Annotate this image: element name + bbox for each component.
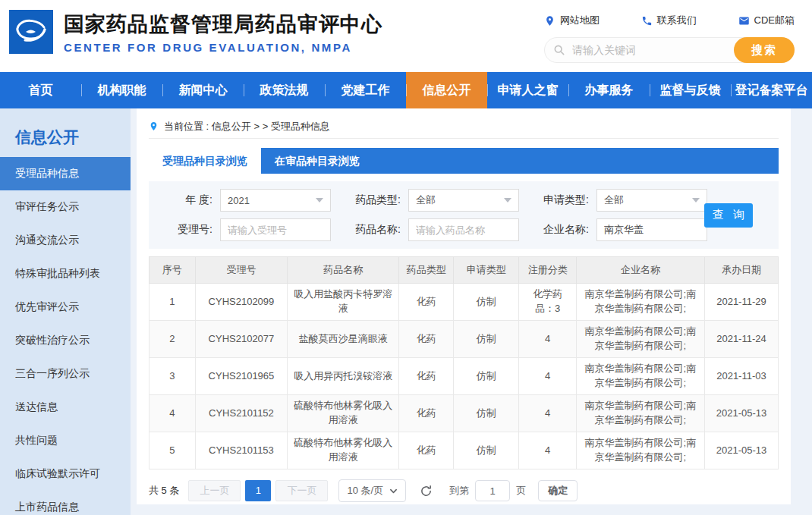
sidebar-item[interactable]: 共性问题: [0, 424, 131, 457]
apply-type-select[interactable]: 全部: [596, 189, 707, 212]
total-count: 共 5 条: [149, 484, 179, 498]
sidebar-menu: 受理品种信息审评任务公示沟通交流公示特殊审批品种列表优先审评公示突破性治疗公示三…: [0, 157, 131, 515]
cell-index: 2: [149, 321, 196, 358]
cde-mail-link[interactable]: CDE邮箱: [738, 14, 795, 27]
cell-accept-no: CYHS2101153: [195, 432, 288, 469]
current-page[interactable]: 1: [245, 480, 271, 501]
sidebar-item[interactable]: 三合一序列公示: [0, 357, 131, 391]
cell-reg-class: 4: [519, 321, 576, 358]
cell-company: 南京华盖制药有限公司;南京华盖制药有限公司;: [576, 358, 704, 395]
cde-mail-label: CDE邮箱: [754, 14, 795, 27]
sidebar: 信息公开 受理品种信息审评任务公示沟通交流公示特殊审批品种列表优先审评公示突破性…: [0, 108, 131, 515]
drug-name-input[interactable]: [408, 218, 519, 241]
sidebar-item[interactable]: 特殊审批品种列表: [0, 257, 131, 290]
cell-reg-class: 4: [519, 395, 576, 432]
nav-item[interactable]: 信息公开: [406, 72, 487, 108]
prev-page-button[interactable]: 上一页: [188, 480, 241, 501]
cell-drug-type: 化药: [399, 358, 454, 395]
tab-bar: 受理品种目录浏览在审品种目录浏览: [149, 148, 779, 174]
drug-type-value: 全部: [416, 193, 436, 207]
cell-reg-class: 4: [519, 358, 576, 395]
sitemap-label: 网站地图: [560, 14, 600, 27]
apply-type-label: 申请类型:: [534, 193, 589, 207]
goto-page-input[interactable]: [475, 480, 510, 501]
sidebar-item[interactable]: 上市药品信息: [0, 491, 131, 515]
tab[interactable]: 受理品种目录浏览: [149, 148, 261, 174]
cell-drug-name: 盐酸莫西沙星滴眼液: [288, 321, 399, 358]
table-row[interactable]: 4 CYHS2101152 硫酸特布他林雾化吸入用溶液 化药 仿制 4 南京华盖…: [149, 395, 779, 432]
cell-company: 南京华盖制药有限公司;南京华盖制药有限公司;: [576, 321, 704, 358]
sidebar-item[interactable]: 沟通交流公示: [0, 224, 131, 257]
refresh-icon[interactable]: [420, 485, 433, 498]
drug-type-select[interactable]: 全部: [408, 189, 519, 212]
sidebar-item[interactable]: 突破性治疗公示: [0, 324, 131, 357]
nav-item[interactable]: 党建工作: [325, 72, 406, 108]
cell-apply-type: 仿制: [454, 321, 519, 358]
cell-accept-no: CYHS2101152: [195, 395, 288, 432]
site-title-zh: 国家药品监督管理局药品审评中心: [64, 11, 382, 38]
sidebar-item[interactable]: 临床试验默示许可: [0, 457, 131, 491]
nav-item[interactable]: 办事服务: [568, 72, 650, 108]
table-header-cell: 企业名称: [576, 257, 704, 284]
search-icon: [553, 44, 565, 56]
quick-links: 网站地图 联系我们 CDE邮箱: [544, 14, 795, 27]
contact-label: 联系我们: [657, 14, 697, 27]
cell-company: 南京华盖制药有限公司;南京华盖制药有限公司;: [576, 284, 704, 321]
location-pin-icon: [544, 15, 555, 27]
page-size-select[interactable]: 10 条/页: [338, 479, 406, 502]
table-row[interactable]: 3 CYHS2101965 吸入用异丙托溴铵溶液 化药 仿制 4 南京华盖制药有…: [149, 358, 779, 395]
nav-item[interactable]: 首页: [0, 72, 81, 108]
nav-item[interactable]: 登记备案平台: [731, 72, 812, 108]
cell-drug-name: 吸入用盐酸丙卡特罗溶液: [288, 284, 399, 321]
table-header-cell: 申请类型: [454, 257, 519, 284]
query-button[interactable]: 查 询: [704, 203, 753, 228]
next-page-button[interactable]: 下一页: [275, 480, 328, 501]
confirm-button[interactable]: 确定: [538, 480, 578, 501]
table-header-cell: 序号: [149, 257, 196, 284]
cell-reg-class: 4: [519, 432, 576, 469]
chevron-down-icon: [504, 198, 511, 203]
company-label: 企业名称:: [534, 223, 589, 237]
drug-name-label: 药品名称:: [346, 223, 401, 237]
nav-item[interactable]: 机构职能: [81, 72, 162, 108]
nav-item[interactable]: 新闻中心: [162, 72, 244, 108]
sidebar-item[interactable]: 受理品种信息: [0, 157, 131, 190]
phone-icon: [641, 15, 653, 27]
company-input[interactable]: [596, 218, 707, 241]
tab[interactable]: 在审品种目录浏览: [261, 148, 373, 174]
cell-index: 3: [149, 358, 196, 395]
year-select[interactable]: 2021: [220, 189, 331, 212]
table-row[interactable]: 5 CYHS2101153 硫酸特布他林雾化吸入用溶液 化药 仿制 4 南京华盖…: [149, 432, 779, 469]
page-unit-label: 页: [516, 484, 526, 498]
cell-index: 4: [149, 395, 196, 432]
sitemap-link[interactable]: 网站地图: [544, 14, 600, 27]
table-row[interactable]: 1 CYHS2102099 吸入用盐酸丙卡特罗溶液 化药 仿制 化学药品：3 南…: [149, 284, 779, 321]
sidebar-item[interactable]: 送达信息: [0, 391, 131, 424]
main-nav: 首页机构职能新闻中心政策法规党建工作信息公开申请人之窗办事服务监督与反馈登记备案…: [0, 72, 812, 108]
cell-date: 2021-11-24: [704, 321, 778, 358]
breadcrumb-text: 当前位置 : 信息公开 > > 受理品种信息: [164, 120, 330, 133]
cell-apply-type: 仿制: [454, 395, 519, 432]
sidebar-item[interactable]: 审评任务公示: [0, 190, 131, 224]
cell-drug-type: 化药: [399, 321, 454, 358]
accept-no-input[interactable]: [220, 218, 331, 241]
cell-date: 2021-05-13: [704, 432, 778, 469]
chevron-down-icon: [692, 198, 700, 203]
contact-link[interactable]: 联系我们: [641, 14, 697, 27]
cell-drug-type: 化药: [399, 432, 454, 469]
search-button[interactable]: 搜索: [734, 37, 795, 63]
sidebar-item[interactable]: 优先审评公示: [0, 290, 131, 324]
year-value: 2021: [228, 195, 250, 206]
table-header-row: 序号受理号药品名称药品类型申请类型注册分类企业名称承办日期: [149, 257, 779, 284]
nav-item[interactable]: 监督与反馈: [650, 72, 731, 108]
cell-date: 2021-11-03: [704, 358, 778, 395]
table-header-cell: 受理号: [195, 257, 288, 284]
cell-company: 南京华盖制药有限公司;南京华盖制药有限公司;: [576, 432, 704, 469]
breadcrumb: 当前位置 : 信息公开 > > 受理品种信息: [149, 115, 779, 139]
cell-accept-no: CYHS2102099: [195, 284, 288, 321]
chevron-down-icon: [316, 198, 323, 203]
nav-item[interactable]: 申请人之窗: [487, 72, 568, 108]
nav-item[interactable]: 政策法规: [244, 72, 325, 108]
cell-drug-name: 吸入用异丙托溴铵溶液: [288, 358, 399, 395]
table-row[interactable]: 2 CYHS2102077 盐酸莫西沙星滴眼液 化药 仿制 4 南京华盖制药有限…: [149, 321, 779, 358]
